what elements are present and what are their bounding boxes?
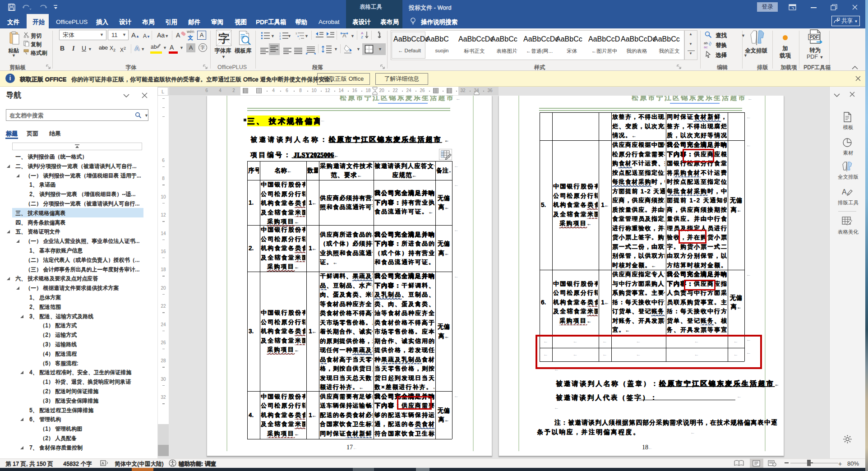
svg-text:A: A <box>842 188 847 196</box>
svg-text:Z: Z <box>361 35 363 39</box>
svg-text:ac: ac <box>704 45 707 49</box>
svg-text:i: i <box>299 37 300 40</box>
svg-text:A: A <box>342 32 346 39</box>
svg-text:A: A <box>361 31 364 35</box>
svg-text:ab: ab <box>704 41 708 45</box>
svg-text:PDF: PDF <box>810 35 819 40</box>
svg-text:3: 3 <box>279 37 281 40</box>
